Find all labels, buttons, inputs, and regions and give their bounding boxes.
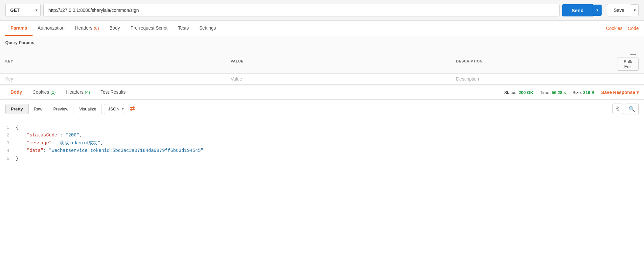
type-select-wrapper: JSON XML HTML Text ▾ [104,104,124,114]
json-line-4-content: "data": "wechatservice:tokenid:5bd3ac3a0… [16,147,644,155]
json-line-3: 3 "message": "获取tokenid成功", [0,139,644,147]
tab-tests[interactable]: Tests [173,21,194,36]
wrap-button[interactable]: ⇄ [126,103,138,115]
send-button-group: Send ▾ [562,4,602,16]
more-options-icon[interactable]: ••• [630,52,636,57]
search-button[interactable]: 🔍 [625,104,639,114]
resp-tab-cookies[interactable]: Cookies (2) [27,85,61,99]
bulk-edit-button[interactable]: Bulk Edit [617,58,639,71]
desc-cell[interactable]: Description [451,74,612,84]
time-value: 56.28 s [552,90,566,95]
json-body: 1 { 2 "statusCode": "200", 3 "message": … [0,118,644,168]
json-line-4: 4 "data": "wechatservice:tokenid:5bd3ac3… [0,147,644,155]
json-close-brace: } [16,155,644,163]
size-value: 316 B [583,90,595,95]
format-raw-button[interactable]: Raw [29,104,48,114]
col-value-header: VALUE [225,49,451,74]
format-pretty-button[interactable]: Pretty [6,104,29,114]
json-val-statuscode: "200" [65,132,79,138]
json-val-data: "wechatservice:tokenid:5bd3ac3a07184da98… [49,148,203,153]
resp-tab-headers[interactable]: Headers (4) [61,85,95,99]
query-params-section: Query Params KEY VALUE DESCRIPTION ••• B… [0,36,644,85]
line-number-2: 2 [0,132,16,139]
format-preview-button[interactable]: Preview [48,104,74,114]
url-input[interactable] [43,4,560,16]
save-response-button[interactable]: Save Response ▾ [601,90,639,95]
request-tabs: Params Authorization Headers (8) Body Pr… [0,21,644,36]
query-params-title: Query Params [0,36,644,49]
table-row: Key Value Description [0,74,644,84]
params-table: KEY VALUE DESCRIPTION ••• Bulk Edit Key … [0,49,644,84]
json-key-statuscode: "statusCode" [27,132,60,138]
col-key-header: KEY [0,49,225,74]
line-number-4: 4 [0,147,16,155]
key-cell[interactable]: Key [0,74,225,84]
tab-settings[interactable]: Settings [194,21,221,36]
resp-headers-badge: (4) [85,90,90,95]
json-key-message: "message" [27,140,52,146]
copy-button[interactable]: ⎘ [612,104,623,114]
save-response-chevron-icon: ▾ [636,90,639,95]
top-bar: GET POST PUT DELETE PATCH ▾ Send ▾ Save … [0,0,644,21]
method-wrapper: GET POST PUT DELETE PATCH ▾ [5,4,41,16]
json-line-2-content: "statusCode": "200", [16,132,644,139]
line-number-3: 3 [0,140,16,147]
col-desc-header: DESCRIPTION [451,49,612,74]
method-select[interactable]: GET POST PUT DELETE PATCH [5,4,41,16]
format-bar: Pretty Raw Preview Visualize JSON XML HT… [0,100,644,118]
cookies-badge: (2) [50,90,56,95]
headers-badge: (8) [94,26,99,31]
resp-tab-test-results[interactable]: Test Results [95,85,131,99]
copy-icon: ⎘ [616,106,619,111]
size-label: Size: 316 B [572,90,594,95]
col-actions-header: ••• Bulk Edit [612,49,644,74]
tab-body[interactable]: Body [104,21,125,36]
search-icon: 🔍 [629,106,635,112]
save-button[interactable]: Save [607,4,631,16]
tab-pre-request-script[interactable]: Pre-request Script [125,21,173,36]
status-code: 200 OK [518,90,533,95]
tab-params[interactable]: Params [5,21,33,36]
tab-headers[interactable]: Headers (8) [70,21,104,36]
json-line-2: 2 "statusCode": "200", [0,132,644,139]
format-visualize-button[interactable]: Visualize [74,104,102,114]
tab-authorization[interactable]: Authorization [33,21,70,36]
json-line-3-content: "message": "获取tokenid成功", [16,139,644,147]
code-link[interactable]: Code [628,26,639,31]
cookies-link[interactable]: Cookies [606,26,623,31]
line-number-1: 1 [0,124,16,131]
response-tabs: Body Cookies (2) Headers (4) Test Result… [0,85,644,100]
send-button[interactable]: Send [562,4,593,16]
response-section: Body Cookies (2) Headers (4) Test Result… [0,85,644,168]
save-dropdown-button[interactable]: ▾ [631,4,639,16]
type-select[interactable]: JSON XML HTML Text [104,104,124,114]
save-button-group: Save ▾ [607,4,639,16]
format-group: Pretty Raw Preview Visualize [5,104,102,114]
line-number-5: 5 [0,155,16,162]
json-line-1: 1 { [0,124,644,132]
json-line-5: 5 } [0,155,644,163]
send-dropdown-button[interactable]: ▾ [593,5,602,16]
json-val-message: "获取tokenid成功" [57,140,101,146]
json-open-brace: { [16,124,644,132]
wrap-icon: ⇄ [130,105,135,112]
value-cell[interactable]: Value [225,74,451,84]
right-links: Cookies Code [606,26,639,31]
resp-tab-body[interactable]: Body [5,85,27,99]
time-label: Time: 56.28 s [540,90,566,95]
response-status-bar: Status: 200 OK Time: 56.28 s Size: 316 B… [504,90,639,95]
save-response-label: Save Response [601,90,635,95]
status-label: Status: 200 OK [504,90,533,95]
json-key-data: "data" [27,148,43,153]
